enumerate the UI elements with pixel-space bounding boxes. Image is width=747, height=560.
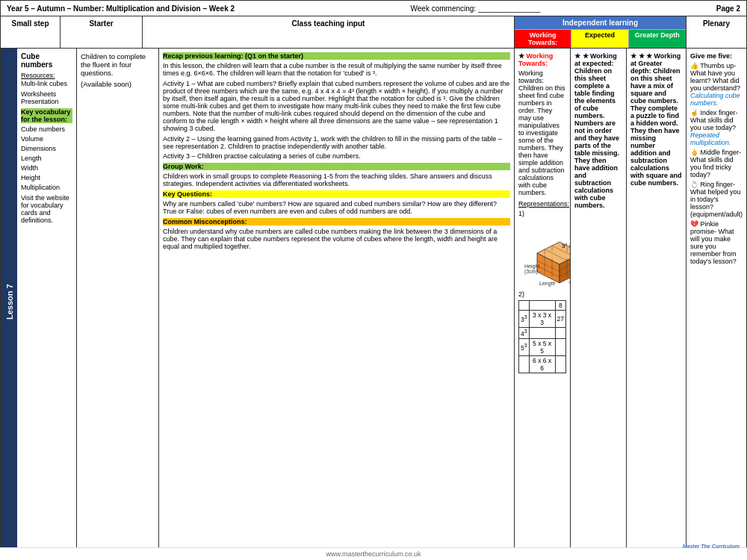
working-towards-cell: ★ Working Towards: Working towards: Chil…	[515, 49, 571, 556]
plenary-middle: 🖕 Middle finger- What skills did you fin…	[690, 149, 743, 178]
vocab-width: Width	[21, 164, 72, 172]
starter-cell: Children to complete the fluent in four …	[77, 49, 159, 556]
key-questions-label: Key Questions:	[163, 190, 510, 198]
small-step-title: Cube numbers	[21, 52, 72, 69]
col-header-small-step: Small step	[1, 16, 61, 48]
week-commencing: Week commencing: _______________	[411, 4, 541, 13]
plenary-index: ☝ Index finger- What skills did you use …	[690, 109, 743, 146]
teaching-activity2: Activity 2 – Using the learning gained f…	[163, 135, 510, 150]
starter-available: (Available soon)	[81, 80, 155, 88]
cube-visual: Height (3cm) Length (3cm) Width (3cm) 3³…	[518, 220, 566, 288]
plenary-cell: Give me five: 👍 Thumbs up- What have you…	[686, 49, 746, 556]
working-towards-header: ★ Working Towards:	[518, 52, 566, 67]
misconceptions-text: Children understand why cube numbers are…	[163, 228, 510, 250]
starter-text: Children to complete the fluent in four …	[81, 52, 155, 77]
repr-item1: 1)	[518, 210, 566, 217]
page-number: Page 2	[716, 4, 740, 13]
repr-table: 8 33 3 x 3 x 3 27 43 5	[518, 300, 566, 373]
expected-cell: ★ ★ Working at expected: Children on thi…	[571, 49, 627, 556]
repr-label: Representations:	[518, 200, 566, 208]
svg-text:3³ = 3 × 3 × 3 = 27: 3³ = 3 × 3 × 3 = 27	[562, 243, 571, 249]
col-header-plenary: Plenary	[686, 16, 746, 48]
svg-text:(3cm): (3cm)	[524, 269, 538, 275]
worksheets-text: WorksheetsPresentation	[21, 90, 72, 105]
key-questions-text: Why are numbers called 'cube' numbers? H…	[163, 200, 510, 215]
vocab-dimensions: Dimensions	[21, 145, 72, 152]
page-title: Year 5 – Autumn – Number: Multiplication…	[7, 4, 235, 13]
plenary-title: Give me five:	[690, 52, 743, 60]
col-header-greater-depth: Greater Depth	[629, 30, 686, 48]
svg-text:(3cm): (3cm)	[539, 286, 553, 287]
teaching-activity1: Activity 1 – What are cubed numbers? Bri…	[163, 80, 510, 132]
vocab-cube: Cube numbers	[21, 125, 72, 133]
col-header-independent: Independent learning Working Towards: Ex…	[515, 16, 686, 48]
group-work-text: Children work in small groups to complet…	[163, 172, 510, 187]
recap-label: Recap previous learning: (Q1 on the star…	[163, 52, 510, 60]
teaching-cell: Recap previous learning: (Q1 on the star…	[159, 49, 515, 556]
small-step-cell: Cube numbers Resources: Multi-link cubes…	[17, 49, 77, 556]
resources-label: Resources:	[21, 72, 72, 79]
misconceptions-label: Common Misconceptions:	[163, 218, 510, 225]
expected-header: ★ ★ Working at expected: Children on thi…	[574, 52, 622, 209]
plenary-pinkie: 💔 Pinkie promise- What will you make sur…	[690, 220, 743, 265]
vocab-volume: Volume	[21, 135, 72, 143]
working-towards-text: Working towards: Children on this sheet …	[518, 69, 566, 196]
greater-depth-header: ★ ★ ★ Working at Greater depth: Children…	[630, 52, 682, 187]
plenary-thumbs: 👍 Thumbs up- What have you learnt? What …	[690, 62, 743, 107]
col-header-teaching: Class teaching input	[143, 16, 515, 48]
footer: www.masterthecurriculum.co.uk	[0, 547, 747, 560]
col-header-expected: Expected	[571, 30, 628, 48]
visit-text: Visit the website for vocabulary cards a…	[21, 194, 72, 224]
col-header-working-towards: Working Towards:	[515, 30, 571, 48]
plenary-ring: 💍 Ring finger- What helped you in today'…	[690, 181, 743, 218]
greater-depth-cell: ★ ★ ★ Working at Greater depth: Children…	[627, 49, 686, 556]
vocab-length: Length	[21, 155, 72, 162]
teaching-activity3: Activity 3 – Children practise calculati…	[163, 152, 510, 160]
vocab-multiplication: Multiplication	[21, 184, 72, 191]
resources-text: Multi-link cubes	[21, 80, 72, 87]
repr-item2: 2)	[518, 290, 566, 298]
group-work-label: Group Work:	[163, 163, 510, 170]
col-header-starter: Starter	[61, 16, 143, 48]
teaching-intro: In this lesson, the children will learn …	[163, 62, 510, 77]
lesson-label: Lesson 7	[1, 49, 17, 556]
key-vocab-label: Key vocabulary for the lesson:	[21, 108, 72, 123]
vocab-height: Height	[21, 174, 72, 181]
logo: Master The Curriculum	[683, 544, 740, 549]
